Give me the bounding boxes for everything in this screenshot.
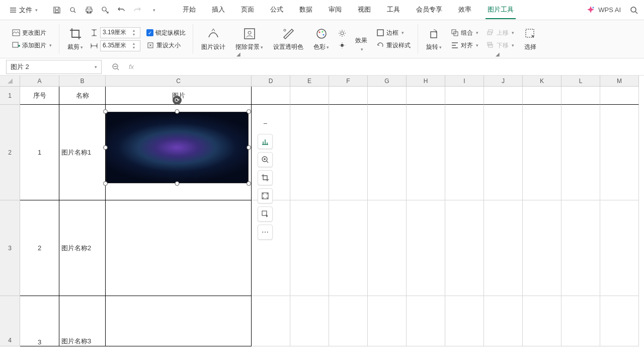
color-button[interactable]: 色彩▾ (310, 25, 332, 53)
spinner-down[interactable]: ▾ (133, 46, 138, 50)
cell[interactable] (561, 87, 600, 105)
tab-view[interactable]: 视图 (356, 1, 373, 19)
dialog-launcher-icon[interactable]: ◢ (236, 51, 240, 57)
cell-A2[interactable]: 1 (20, 105, 59, 200)
cell[interactable] (329, 200, 368, 296)
tab-start[interactable]: 开始 (181, 1, 198, 19)
cell[interactable] (484, 87, 523, 105)
col-header-A[interactable]: A (20, 76, 59, 87)
tab-picture-tools[interactable]: 图片工具 (486, 1, 516, 19)
resize-handle-bl[interactable] (103, 181, 108, 186)
crop-button[interactable]: 裁剪▾ (64, 25, 86, 53)
cell-A4[interactable]: 3 (20, 296, 59, 346)
cell[interactable] (290, 296, 329, 346)
cell-A3[interactable]: 2 (20, 200, 59, 296)
cell[interactable] (290, 87, 329, 105)
cell-B4[interactable]: 图片名称3 (59, 296, 106, 346)
float-fit-icon[interactable] (258, 188, 273, 203)
cell[interactable] (600, 105, 639, 200)
effect-button[interactable]: 效果▾ (352, 24, 370, 54)
cell[interactable] (445, 200, 484, 296)
tab-tools[interactable]: 工具 (385, 1, 402, 19)
cell[interactable] (445, 105, 484, 200)
cell-C4[interactable] (106, 296, 252, 346)
zoom-out-icon[interactable] (112, 63, 122, 71)
float-cursor-icon[interactable] (258, 206, 273, 222)
col-header-C[interactable]: C (106, 76, 252, 87)
embedded-image[interactable] (106, 112, 249, 183)
cell[interactable] (290, 105, 329, 200)
col-header-L[interactable]: L (561, 76, 600, 87)
print-preview-icon[interactable] (68, 5, 78, 15)
cell-B2[interactable]: 图片名称1 (59, 105, 106, 200)
file-menu[interactable]: 文件 ▾ (5, 4, 42, 17)
resize-handle-tm[interactable] (175, 109, 180, 114)
cell[interactable] (561, 105, 600, 200)
print-icon[interactable] (84, 5, 94, 15)
col-header-F[interactable]: F (329, 76, 368, 87)
move-down-button[interactable]: 下移▾ (485, 40, 516, 51)
tab-data[interactable]: 数据 (297, 1, 314, 19)
spinner-down[interactable]: ▾ (133, 33, 138, 37)
cell[interactable] (252, 296, 290, 346)
cell[interactable] (523, 296, 561, 346)
add-pic-button[interactable]: 添加图片▾ (10, 40, 54, 51)
row-header-1[interactable]: 1 (0, 87, 20, 105)
cell[interactable] (600, 296, 639, 346)
search-icon[interactable] (629, 5, 639, 15)
resize-handle-bm[interactable] (175, 181, 180, 186)
redo-icon[interactable] (132, 5, 142, 15)
cell[interactable] (561, 200, 600, 296)
set-transparent-button[interactable]: 设置透明色 (270, 25, 306, 53)
cell[interactable] (329, 105, 368, 200)
align-button[interactable]: 对齐▾ (449, 40, 480, 51)
brightness-down-icon[interactable] (336, 40, 348, 50)
float-minus-icon[interactable]: − (258, 116, 273, 131)
resize-handle-mr[interactable] (247, 146, 251, 150)
rotate-handle[interactable]: ⟳ (173, 96, 182, 105)
col-header-B[interactable]: B (59, 76, 106, 87)
tab-member[interactable]: 会员专享 (414, 1, 444, 19)
cell[interactable] (523, 200, 561, 296)
remove-bg-button[interactable]: 抠除背景▾ (232, 25, 266, 53)
cell[interactable] (290, 200, 329, 296)
resize-handle-ml[interactable] (103, 146, 108, 150)
cell[interactable] (445, 87, 484, 105)
cell[interactable] (368, 200, 407, 296)
resize-handle-br[interactable] (247, 181, 251, 186)
col-header-M[interactable]: M (600, 76, 639, 87)
cell[interactable] (368, 105, 407, 200)
tab-formula[interactable]: 公式 (268, 1, 285, 19)
border-button[interactable]: 边框▾ (374, 28, 413, 38)
select-all-corner[interactable] (0, 76, 20, 87)
float-more-icon[interactable]: ⋯ (258, 225, 273, 240)
float-crop-icon[interactable] (258, 170, 273, 185)
col-header-H[interactable]: H (407, 76, 445, 87)
reset-style-button[interactable]: 重设样式 (374, 40, 413, 51)
cell[interactable] (523, 87, 561, 105)
tab-page[interactable]: 页面 (239, 1, 256, 19)
cell-B1[interactable]: 名称 (59, 87, 106, 105)
height-input[interactable]: 3.19厘米▴▾ (100, 27, 140, 38)
col-header-D[interactable]: D (252, 76, 290, 87)
cell-A1[interactable]: 序号 (20, 87, 59, 105)
cell[interactable] (600, 87, 639, 105)
row-header-2[interactable]: 2 (0, 105, 20, 200)
float-zoom-icon[interactable] (258, 152, 273, 167)
cell-C3[interactable] (106, 200, 252, 296)
cell[interactable] (407, 87, 445, 105)
col-header-G[interactable]: G (368, 76, 407, 87)
cell[interactable] (561, 296, 600, 346)
col-header-E[interactable]: E (290, 76, 329, 87)
cell[interactable] (484, 105, 523, 200)
dialog-launcher-icon[interactable]: ◢ (496, 51, 500, 57)
cell[interactable] (368, 296, 407, 346)
col-header-J[interactable]: J (484, 76, 523, 87)
cell[interactable] (600, 200, 639, 296)
pic-design-button[interactable]: 图片设计 (198, 25, 228, 53)
width-input[interactable]: 6.35厘米▴▾ (100, 40, 140, 51)
cell[interactable] (252, 87, 290, 105)
save-icon[interactable] (52, 5, 62, 15)
cell[interactable] (484, 296, 523, 346)
group-button[interactable]: 组合▾ (449, 28, 480, 38)
